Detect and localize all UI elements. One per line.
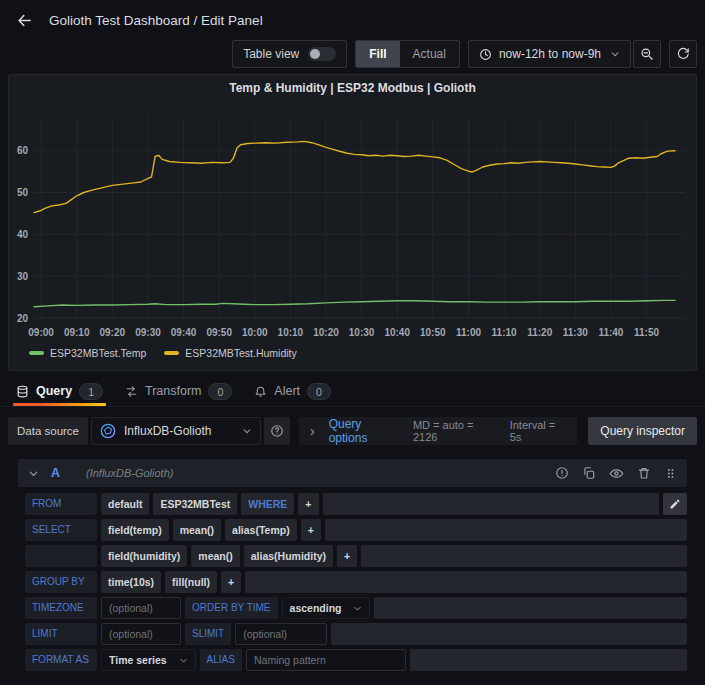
time-range-picker[interactable]: now-12h to now-9h: [468, 40, 631, 68]
select-alias-segment[interactable]: alias(Temp): [225, 519, 297, 541]
svg-text:09:20: 09:20: [100, 327, 126, 338]
tab-alert[interactable]: Alert 0: [254, 376, 331, 406]
timezone-row: TIMEZONE ORDER BY TIME ascending: [25, 597, 687, 619]
refresh-icon: [676, 47, 690, 61]
select-alias-segment[interactable]: alias(Humidity): [244, 545, 333, 567]
edit-raw-query-button[interactable]: [663, 493, 687, 515]
datasource-value: InfluxDB-Golioth: [124, 424, 211, 438]
limit-input[interactable]: [101, 623, 181, 645]
legend-swatch-humidity: [164, 351, 179, 355]
from-keyword: FROM: [25, 493, 97, 515]
svg-text:11:50: 11:50: [634, 327, 659, 338]
table-view-toggle[interactable]: [308, 47, 336, 61]
back-button[interactable]: [16, 12, 33, 29]
slimit-input[interactable]: [235, 623, 327, 645]
tab-transform-label: Transform: [145, 384, 202, 398]
fill-actual-group: Fill Actual: [355, 40, 460, 68]
search-minus-icon: [640, 47, 654, 61]
query-card: A (InfluxDB-Golioth): [18, 459, 687, 683]
svg-text:11:40: 11:40: [598, 327, 623, 338]
group-by-fill-segment[interactable]: fill(null): [165, 571, 217, 593]
datasource-label: Data source: [8, 417, 88, 445]
from-row: FROM default ESP32MBTest WHERE +: [25, 493, 687, 515]
limit-row: LIMIT SLIMIT: [25, 623, 687, 645]
timeseries-chart: 09:0009:1009:2009:3009:4009:5010:0010:10…: [9, 101, 696, 343]
order-by-select[interactable]: ascending: [282, 597, 371, 619]
svg-text:10:10: 10:10: [278, 327, 304, 338]
drag-dots-icon: [664, 467, 677, 480]
select-keyword-empty: [25, 545, 97, 567]
select-add-button[interactable]: +: [301, 519, 321, 541]
question-circle-icon: [270, 424, 284, 438]
actual-button[interactable]: Actual: [400, 41, 459, 67]
toggle-knob: [310, 49, 320, 59]
row-filler: [361, 545, 687, 567]
panel-toolbar: Table view Fill Actual now-12h to now-9h: [0, 40, 697, 68]
arrow-left-icon: [16, 12, 33, 29]
tab-transform[interactable]: Transform 0: [125, 376, 232, 406]
legend-item-temp[interactable]: ESP32MBTest.Temp: [29, 347, 146, 359]
copy-icon: [582, 466, 596, 480]
page-title: Golioth Test Dashboard / Edit Panel: [49, 13, 263, 28]
grafana-edit-panel: Golioth Test Dashboard / Edit Panel Tabl…: [0, 0, 705, 685]
order-by-time-keyword: ORDER BY TIME: [185, 597, 278, 619]
tab-transform-count: 0: [208, 383, 232, 400]
query-help-button[interactable]: [555, 466, 569, 480]
svg-text:09:50: 09:50: [206, 327, 232, 338]
query-options-bar: › Query options MD = auto = 2126 Interva…: [299, 417, 577, 445]
format-as-value: Time series: [109, 654, 167, 666]
legend-swatch-temp: [29, 351, 44, 355]
group-by-time-segment[interactable]: time(10s): [101, 571, 161, 593]
refresh-button[interactable]: [669, 40, 697, 68]
database-icon: [16, 385, 29, 398]
timeseries-panel: Temp & Humidity | ESP32 Modbus | Golioth…: [8, 74, 697, 371]
datasource-picker[interactable]: InfluxDB-Golioth: [91, 417, 261, 445]
select-field-segment[interactable]: field(temp): [101, 519, 169, 541]
from-policy-segment[interactable]: default: [101, 493, 149, 515]
query-inspector-button[interactable]: Query inspector: [588, 417, 697, 445]
from-measurement-segment[interactable]: ESP32MBTest: [153, 493, 237, 515]
select-add-button[interactable]: +: [337, 545, 357, 567]
svg-text:10:20: 10:20: [313, 327, 339, 338]
collapse-query-button[interactable]: [28, 468, 39, 479]
format-as-keyword: FORMAT AS: [25, 649, 97, 671]
query-ref-id: A: [51, 466, 60, 480]
format-as-select[interactable]: Time series: [101, 649, 196, 671]
select-mean-segment[interactable]: mean(): [173, 519, 221, 541]
drag-handle[interactable]: [664, 467, 677, 480]
row-filler: [410, 649, 687, 671]
legend-label-temp: ESP32MBTest.Temp: [50, 347, 146, 359]
row-filler: [245, 571, 687, 593]
editor-tabs: Query 1 Transform 0 Alert 0: [0, 376, 705, 407]
alias-input[interactable]: [246, 649, 406, 671]
datasource-help-button[interactable]: [264, 417, 290, 445]
influxdb-logo-icon: [100, 423, 116, 439]
svg-text:09:00: 09:00: [28, 327, 54, 338]
zoom-out-button[interactable]: [633, 40, 661, 68]
svg-text:10:30: 10:30: [349, 327, 375, 338]
svg-text:10:50: 10:50: [420, 327, 446, 338]
timezone-input[interactable]: [101, 597, 181, 619]
where-add-button[interactable]: +: [298, 493, 318, 515]
select-field-segment[interactable]: field(humidity): [101, 545, 187, 567]
delete-query-button[interactable]: [637, 466, 651, 480]
fill-button[interactable]: Fill: [356, 41, 399, 67]
panel-title: Temp & Humidity | ESP32 Modbus | Golioth: [9, 75, 696, 101]
query-options-link[interactable]: Query options: [329, 417, 399, 445]
duplicate-query-button[interactable]: [582, 466, 596, 480]
group-by-add-button[interactable]: +: [221, 571, 241, 593]
row-filler: [325, 519, 687, 541]
info-circle-icon: [555, 466, 569, 480]
toggle-visibility-button[interactable]: [609, 466, 624, 481]
query-card-header: A (InfluxDB-Golioth): [18, 459, 687, 487]
tab-query[interactable]: Query 1: [16, 376, 103, 406]
transform-icon: [125, 385, 138, 398]
clock-icon: [479, 48, 492, 61]
select-mean-segment[interactable]: mean(): [191, 545, 239, 567]
svg-text:09:10: 09:10: [64, 327, 90, 338]
slimit-keyword: SLIMIT: [185, 623, 231, 645]
chevron-down-icon: [353, 604, 362, 613]
legend-item-humidity[interactable]: ESP32MBTest.Humidity: [164, 347, 296, 359]
svg-text:11:10: 11:10: [492, 327, 517, 338]
active-tab-underline: [13, 403, 106, 406]
